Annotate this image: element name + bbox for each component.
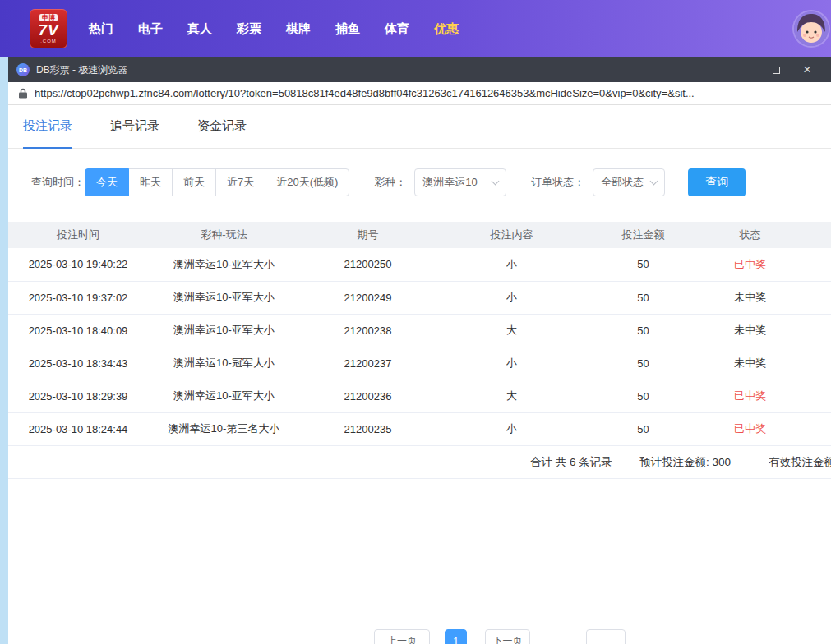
page-content: 投注记录追号记录资金记录 查询时间： 今天昨天前天近7天近20天(低频) 彩种：… [8, 105, 831, 644]
site-top-nav: 申博 7V .COM 热门电子真人彩票棋牌捕鱼体育优惠 [0, 0, 831, 58]
nav-item-体育[interactable]: 体育 [385, 21, 409, 37]
bet-amount: 50 [588, 347, 699, 380]
bet-amount: 50 [588, 380, 699, 412]
lock-icon [18, 88, 28, 99]
summary-valid-amount: 有效投注金额 [769, 446, 831, 479]
site-logo[interactable]: 申博 7V .COM [30, 9, 67, 48]
time-filter-label: 查询时间： [31, 175, 85, 190]
nav-item-捕鱼[interactable]: 捕鱼 [335, 21, 360, 37]
bet-amount: 50 [588, 248, 699, 281]
window-controls: — × [732, 60, 823, 80]
bet-records-table: 投注时间彩种-玩法期号投注内容投注金额状态 2025-03-10 19:40:2… [8, 222, 831, 446]
tab-投注记录[interactable]: 投注记录 [23, 105, 72, 149]
empty-cell [801, 281, 831, 314]
column-header: 期号 [300, 222, 436, 248]
address-bar[interactable]: https://ctop02pchwp1.zfnc84.com/lottery/… [8, 82, 831, 105]
time-option-近7天[interactable]: 近7天 [215, 168, 265, 196]
issue-number: 21200235 [300, 412, 436, 445]
minimize-button[interactable]: — [732, 60, 757, 80]
nav-item-棋牌[interactable]: 棋牌 [286, 21, 311, 37]
bet-content: 小 [436, 412, 588, 445]
lottery-select-value: 澳洲幸运10 [422, 175, 477, 190]
chevron-down-icon [492, 177, 500, 185]
window-app-icon: DB [16, 63, 30, 76]
tab-资金记录[interactable]: 资金记录 [197, 105, 247, 149]
pagination-next-button[interactable]: 下一页 [485, 629, 530, 644]
search-button[interactable]: 查询 [688, 168, 746, 196]
pagination-goto-input[interactable] [586, 629, 626, 644]
bet-time: 2025-03-10 19:37:02 [8, 281, 148, 314]
game-play: 澳洲幸运10-亚军大小 [148, 248, 300, 281]
bet-status: 已中奖 [699, 380, 801, 412]
bet-status: 未中奖 [699, 314, 801, 347]
column-header: 投注时间 [8, 222, 148, 248]
bet-status: 未中奖 [699, 281, 801, 314]
window-titlebar: DB DB彩票 - 极速浏览器 — × [8, 58, 831, 82]
game-play: 澳洲幸运10-亚军大小 [148, 281, 300, 314]
pagination-prev-button[interactable]: 上一页 [374, 629, 430, 644]
column-header: 投注金额 [588, 222, 699, 248]
time-option-近20天(低频)[interactable]: 近20天(低频) [265, 168, 349, 196]
maximize-button[interactable] [764, 60, 788, 80]
nav-item-彩票[interactable]: 彩票 [237, 21, 261, 37]
column-header [801, 222, 831, 248]
nav-item-真人[interactable]: 真人 [187, 21, 212, 37]
bet-time: 2025-03-10 18:24:44 [8, 412, 148, 445]
issue-number: 21200237 [300, 347, 436, 380]
issue-number: 21200250 [300, 248, 436, 281]
game-play: 澳洲幸运10-第三名大小 [148, 412, 300, 445]
status-filter-label: 订单状态： [531, 175, 584, 190]
close-button[interactable]: × [795, 60, 819, 80]
pagination: 上一页 1 下一页 [8, 629, 831, 644]
maximize-icon [773, 67, 780, 74]
table-row: 2025-03-10 18:24:44澳洲幸运10-第三名大小21200235小… [8, 412, 831, 445]
bet-content: 大 [436, 380, 588, 412]
nav-menu: 热门电子真人彩票棋牌捕鱼体育优惠 [89, 21, 459, 37]
browser-window: DB DB彩票 - 极速浏览器 — × https://ctop02pchwp1… [8, 58, 831, 644]
avatar-image [794, 12, 829, 46]
issue-number: 21200236 [300, 380, 436, 412]
bet-time: 2025-03-10 18:40:09 [8, 314, 148, 347]
bet-amount: 50 [588, 281, 699, 314]
bet-time: 2025-03-10 18:29:39 [8, 380, 148, 412]
game-play: 澳洲幸运10-冠军大小 [148, 347, 300, 380]
table-row: 2025-03-10 18:29:39澳洲幸运10-亚军大小21200236大5… [8, 380, 831, 412]
issue-number: 21200238 [300, 314, 436, 347]
url-text: https://ctop02pchwp1.zfnc84.com/lottery/… [35, 87, 695, 99]
issue-number: 21200249 [300, 281, 436, 314]
tab-追号记录[interactable]: 追号记录 [110, 105, 159, 149]
time-option-昨天[interactable]: 昨天 [128, 168, 173, 196]
nav-item-热门[interactable]: 热门 [89, 21, 113, 37]
empty-cell [801, 412, 831, 445]
time-option-前天[interactable]: 前天 [172, 168, 216, 196]
time-option-今天[interactable]: 今天 [85, 168, 129, 196]
bet-amount: 50 [588, 314, 699, 347]
column-header: 投注内容 [436, 222, 588, 248]
time-filter-group: 今天昨天前天近7天近20天(低频) [85, 168, 349, 196]
summary-row: 合计 共 6 条记录 预计投注金额: 300 有效投注金额 [8, 446, 831, 479]
lottery-select[interactable]: 澳洲幸运10 [414, 168, 506, 196]
pagination-page-1[interactable]: 1 [445, 629, 467, 644]
bet-time: 2025-03-10 19:40:22 [8, 248, 148, 281]
user-avatar[interactable] [794, 12, 829, 46]
nav-item-电子[interactable]: 电子 [138, 21, 163, 37]
summary-expected-amount: 预计投注金额: 300 [639, 446, 731, 479]
empty-cell [801, 347, 831, 380]
table-row: 2025-03-10 19:37:02澳洲幸运10-亚军大小21200249小5… [8, 281, 831, 314]
column-header: 彩种-玩法 [148, 222, 300, 248]
status-select-value: 全部状态 [601, 175, 644, 190]
bet-status: 已中奖 [699, 412, 801, 445]
table-row: 2025-03-10 18:40:09澳洲幸运10-亚军大小21200238大5… [8, 314, 831, 347]
empty-cell [801, 380, 831, 412]
table-header-row: 投注时间彩种-玩法期号投注内容投注金额状态 [8, 222, 831, 248]
filter-bar: 查询时间： 今天昨天前天近7天近20天(低频) 彩种： 澳洲幸运10 订单状态：… [31, 168, 831, 196]
summary-total: 合计 共 6 条记录 [530, 446, 612, 479]
table-row: 2025-03-10 18:34:43澳洲幸运10-冠军大小21200237小5… [8, 347, 831, 380]
logo-main-text: 7V [38, 21, 58, 39]
table-row: 2025-03-10 19:40:22澳洲幸运10-亚军大小21200250小5… [8, 248, 831, 281]
logo-sub-text: .COM [40, 39, 57, 44]
order-status-select[interactable]: 全部状态 [593, 168, 665, 196]
chevron-down-icon [650, 177, 658, 185]
nav-item-优惠[interactable]: 优惠 [434, 21, 459, 37]
window-title: DB彩票 - 极速浏览器 [36, 63, 127, 77]
